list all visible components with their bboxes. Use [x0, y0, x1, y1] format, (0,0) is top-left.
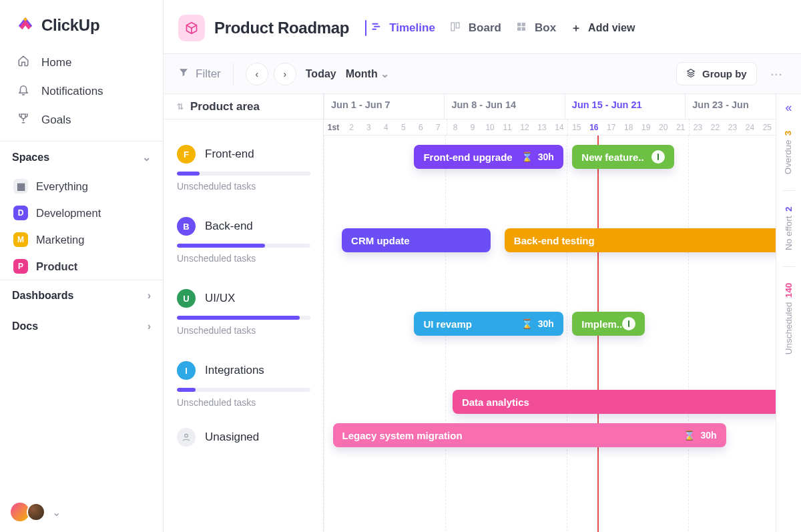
rail-noeffort[interactable]: No effort 2: [784, 207, 794, 250]
timeline-left-column: ⇅ Product area FFront-end Unscheduled ta…: [164, 94, 324, 532]
group-uiux[interactable]: UUI/UX Unscheduled tasks: [164, 280, 323, 338]
spaces-everything[interactable]: ▦ Everything: [0, 173, 163, 200]
prev-button[interactable]: ‹: [246, 63, 268, 85]
add-view[interactable]: ＋ Add view: [571, 21, 635, 35]
group-integrations[interactable]: IIntegrations Unscheduled tasks: [164, 352, 323, 411]
unscheduled-link[interactable]: Unscheduled tasks: [177, 325, 310, 336]
view-timeline[interactable]: Timeline: [365, 20, 435, 36]
week-header[interactable]: Jun 8 - Jun 14: [444, 94, 564, 119]
nav-notifications[interactable]: Notifications: [7, 77, 156, 105]
spaces-header-label: Spaces: [12, 152, 49, 164]
group-frontend[interactable]: FFront-end Unscheduled tasks: [164, 136, 323, 194]
space-development[interactable]: D Development: [0, 200, 163, 226]
task-hours: 30h: [538, 152, 554, 162]
space-label: Development: [36, 207, 101, 220]
timeline-grid[interactable]: Jun 1 - Jun 7 Jun 8 - Jun 14 Jun 15 - Ju…: [324, 94, 776, 532]
group-unassigned[interactable]: Unasigned: [164, 424, 323, 449]
unscheduled-link[interactable]: Unscheduled tasks: [177, 397, 310, 408]
divider: [783, 190, 795, 191]
svg-rect-1: [372, 23, 378, 24]
sidebar: ClickUp Home Notifications Goals Spaces …: [0, 0, 164, 532]
nav-label: Notifications: [41, 85, 103, 98]
space-label: Everything: [36, 180, 88, 193]
task-label: Implem..: [581, 318, 622, 330]
view-label: Box: [535, 21, 556, 35]
avatar: [27, 503, 45, 521]
task-bar-implement[interactable]: Implem..: [572, 312, 644, 336]
period-dropdown[interactable]: Month ⌄: [346, 67, 389, 80]
unscheduled-link[interactable]: Unscheduled tasks: [177, 181, 310, 192]
hourglass-icon: ⌛: [521, 152, 533, 162]
hourglass-icon: ⌛: [684, 430, 695, 441]
space-label: Product: [36, 260, 77, 273]
week-header[interactable]: Jun 15 - Jun 21: [565, 94, 685, 119]
spaces-header[interactable]: Spaces ⌄: [0, 141, 163, 173]
nav-home[interactable]: Home: [7, 48, 156, 77]
group-by-button[interactable]: Group by: [676, 62, 757, 85]
rail-overdue[interactable]: Overdue 3: [783, 131, 794, 174]
topbar: Product Roadmap Timeline Board Box ＋: [164, 0, 801, 54]
task-label: New feature..: [581, 152, 643, 163]
docs-header[interactable]: Docs ›: [0, 311, 163, 342]
space-product[interactable]: P Product: [0, 253, 163, 280]
task-bar-legacy-migration[interactable]: Legacy system migration ⌛30h: [333, 423, 726, 447]
brand[interactable]: ClickUp: [0, 0, 163, 45]
view-box[interactable]: Box: [516, 21, 556, 35]
week-header[interactable]: Jun 1 - Jun 7: [324, 94, 444, 119]
group-column-header[interactable]: ⇅ Product area: [164, 94, 323, 119]
docs-label: Docs: [12, 320, 38, 332]
right-rail: « Overdue 3 No effort 2 Unscheduled 140: [776, 94, 801, 532]
filter-label: Filter: [196, 67, 221, 81]
task-bar-backend-testing[interactable]: Back-end testing: [505, 228, 776, 252]
page-title: Product Roadmap: [214, 19, 349, 37]
task-label: UI revamp: [423, 318, 472, 330]
svg-rect-8: [517, 27, 521, 30]
alert-icon: [651, 150, 665, 164]
rail-unscheduled[interactable]: Unscheduled 140: [784, 283, 794, 354]
box-icon: [516, 21, 528, 35]
svg-rect-2: [374, 25, 380, 27]
collapse-rail-icon[interactable]: «: [785, 101, 792, 115]
page-icon: [178, 15, 205, 41]
group-column-label: Product area: [190, 100, 260, 113]
plus-icon: ＋: [571, 21, 581, 35]
bell-icon: [16, 83, 31, 99]
hourglass-icon: ⌛: [521, 318, 533, 329]
divider: [783, 266, 795, 267]
today-button[interactable]: Today: [306, 68, 336, 80]
nav-goals[interactable]: Goals: [7, 105, 156, 134]
unscheduled-link[interactable]: Unscheduled tasks: [177, 253, 310, 264]
space-badge: P: [13, 259, 28, 274]
group-backend[interactable]: BBack-end Unscheduled tasks: [164, 208, 323, 266]
group-badge: U: [177, 289, 196, 308]
task-bar-frontend-upgrade[interactable]: Front-end upgrade ⌛30h: [414, 145, 563, 169]
chevron-down-icon: ⌄: [142, 151, 151, 164]
more-menu[interactable]: ···: [766, 65, 786, 83]
task-bar-ui-revamp[interactable]: UI revamp ⌛30h: [414, 312, 563, 336]
svg-point-10: [185, 434, 188, 437]
filter-button[interactable]: Filter: [178, 67, 221, 81]
group-label: Unasigned: [205, 431, 259, 444]
group-label: Back-end: [205, 220, 253, 233]
user-icon: [177, 428, 196, 447]
board-icon: [450, 21, 462, 35]
group-badge: I: [177, 361, 196, 380]
dashboards-header[interactable]: Dashboards ›: [0, 280, 163, 311]
group-badge: F: [177, 145, 196, 164]
next-button[interactable]: ›: [274, 63, 296, 85]
task-bar-new-feature[interactable]: New feature..: [572, 145, 674, 169]
svg-rect-5: [456, 23, 459, 28]
task-label: CRM update: [351, 235, 410, 246]
user-switcher[interactable]: ⌄: [0, 492, 163, 532]
space-marketing[interactable]: M Marketing: [0, 226, 163, 253]
view-board[interactable]: Board: [450, 21, 501, 35]
group-label: UI/UX: [205, 292, 235, 305]
group-progress: [177, 244, 310, 248]
svg-rect-7: [522, 23, 525, 26]
sort-icon: ⇅: [177, 102, 184, 111]
week-header[interactable]: Jun 23 - Jun: [685, 94, 776, 119]
task-bar-data-analytics[interactable]: Data analytics: [453, 390, 776, 414]
group-progress: [177, 388, 310, 392]
view-label: Timeline: [389, 21, 435, 35]
task-bar-crm-update[interactable]: CRM update: [342, 228, 491, 252]
